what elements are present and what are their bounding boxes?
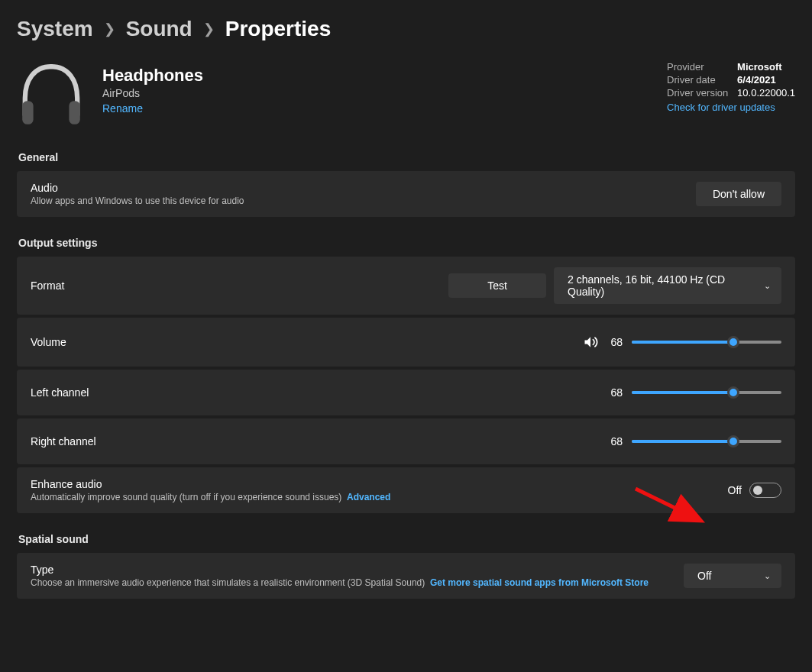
format-select[interactable]: 2 channels, 16 bit, 44100 Hz (CD Quality… <box>554 267 781 304</box>
check-driver-updates-link[interactable]: Check for driver updates <box>667 102 775 113</box>
audio-desc: Allow apps and Windows to use this devic… <box>31 195 696 206</box>
right-channel-label: Right channel <box>31 435 607 447</box>
chevron-right-icon: ❯ <box>203 21 215 37</box>
crumb-system[interactable]: System <box>17 17 93 41</box>
spatial-type-select[interactable]: Off ⌄ <box>684 564 781 588</box>
format-select-value: 2 channels, 16 bit, 44100 Hz (CD Quality… <box>568 273 755 298</box>
enhance-audio-card: Enhance audio Automatically improve soun… <box>17 467 795 513</box>
crumb-sound[interactable]: Sound <box>126 17 192 41</box>
right-channel-card: Right channel 68 <box>17 418 795 464</box>
audio-title: Audio <box>31 182 696 194</box>
driver-info: Provider Microsoft Driver date 6/4/2021 … <box>667 61 795 113</box>
provider-label: Provider <box>667 61 737 73</box>
enhance-desc: Automatically improve sound quality (tur… <box>31 492 341 502</box>
spatial-type-value: Off <box>697 570 711 582</box>
chevron-right-icon: ❯ <box>104 21 115 37</box>
svg-rect-0 <box>22 101 33 124</box>
chevron-down-icon: ⌄ <box>764 571 771 581</box>
enhance-toggle-state: Off <box>728 484 742 496</box>
section-spatial-title: Spatial sound <box>18 533 795 545</box>
driver-version-value: 10.0.22000.1 <box>737 87 795 99</box>
enhance-advanced-link[interactable]: Advanced <box>347 492 390 502</box>
spatial-type-desc: Choose an immersive audio experience tha… <box>31 577 425 588</box>
driver-date-label: Driver date <box>667 74 737 86</box>
volume-label: Volume <box>31 336 583 348</box>
svg-marker-2 <box>585 337 591 347</box>
format-label: Format <box>31 279 448 292</box>
driver-date-value: 6/4/2021 <box>737 74 776 86</box>
spatial-type-card: Type Choose an immersive audio experienc… <box>17 553 795 599</box>
right-channel-slider[interactable] <box>632 436 781 447</box>
format-card: Format Test 2 channels, 16 bit, 44100 Hz… <box>17 257 795 315</box>
volume-card: Volume 68 <box>17 318 795 367</box>
driver-version-label: Driver version <box>667 87 737 99</box>
section-general-title: General <box>18 151 795 163</box>
enhance-toggle[interactable] <box>749 483 781 498</box>
volume-value: 68 <box>607 336 623 348</box>
left-channel-label: Left channel <box>31 386 607 399</box>
section-output-title: Output settings <box>18 237 795 249</box>
crumb-properties: Properties <box>225 17 332 41</box>
device-subtitle: AirPods <box>102 87 203 99</box>
enhance-title: Enhance audio <box>31 478 728 490</box>
get-more-spatial-link[interactable]: Get more spatial sound apps from Microso… <box>430 577 649 588</box>
provider-value: Microsoft <box>737 61 782 73</box>
headphones-icon <box>17 61 86 130</box>
rename-link[interactable]: Rename <box>102 102 143 115</box>
left-channel-slider[interactable] <box>632 387 781 398</box>
svg-rect-1 <box>69 101 79 124</box>
dont-allow-button[interactable]: Don't allow <box>696 182 781 206</box>
chevron-down-icon: ⌄ <box>764 281 771 291</box>
volume-slider[interactable] <box>632 337 781 347</box>
breadcrumb: System ❯ Sound ❯ Properties <box>17 17 795 41</box>
left-channel-card: Left channel 68 <box>17 370 795 415</box>
volume-icon[interactable] <box>583 334 598 350</box>
general-audio-card: Audio Allow apps and Windows to use this… <box>17 171 795 217</box>
spatial-type-label: Type <box>31 564 684 576</box>
device-title: Headphones <box>102 66 203 86</box>
test-button[interactable]: Test <box>448 273 546 298</box>
right-channel-value: 68 <box>607 435 623 447</box>
left-channel-value: 68 <box>607 386 623 399</box>
